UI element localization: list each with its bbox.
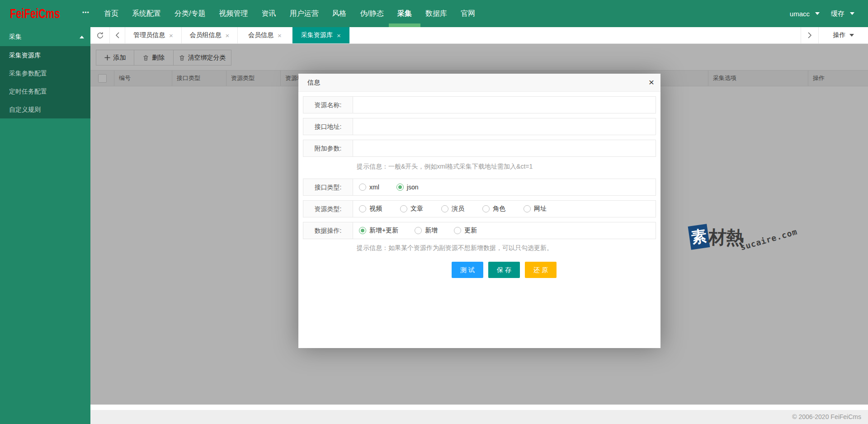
cache-menu[interactable]: 缓存: [831, 9, 844, 18]
tab-2[interactable]: 会员信息×: [238, 27, 292, 43]
watermark-site: sucaire.com: [739, 227, 798, 252]
nav-item-9[interactable]: 数据库: [425, 0, 447, 27]
tab-close-icon[interactable]: ×: [337, 32, 341, 39]
nav-item-1[interactable]: 系统配置: [132, 0, 161, 27]
radio-circle-icon[interactable]: [524, 205, 531, 212]
form-label-0: 资源名称:: [303, 97, 353, 113]
form-input-2[interactable]: [353, 140, 656, 156]
app-logo[interactable]: FeiFeiCms: [10, 0, 60, 27]
info-dialog: 信息 × 资源名称:接口地址:附加参数:提示信息：一般&开头，例如xml格式采集…: [298, 74, 660, 348]
radio-1-4[interactable]: 网址: [524, 205, 547, 213]
nav-item-5[interactable]: 用户运营: [289, 0, 318, 27]
hint-text-1: 提示信息：一般&开头，例如xml格式采集下载地址需加入&ct=1: [357, 163, 656, 170]
tab-0[interactable]: 管理员信息×: [125, 27, 182, 43]
sidebar-item-0[interactable]: 采集资源库: [0, 46, 90, 64]
radio-2-2[interactable]: 更新: [454, 226, 477, 235]
tab-close-icon[interactable]: ×: [278, 32, 282, 39]
restore-button[interactable]: 还 原: [525, 262, 557, 278]
user-account[interactable]: umacc: [790, 10, 810, 18]
radio-1-0[interactable]: 视频: [359, 205, 382, 213]
sidebar-item-1[interactable]: 采集参数配置: [0, 64, 90, 82]
radio-label: 新增+更新: [369, 226, 398, 235]
save-button[interactable]: 保 存: [488, 262, 520, 278]
tab-3[interactable]: 采集资源库×: [292, 27, 349, 43]
actions-caret-icon: [849, 34, 854, 37]
close-icon[interactable]: ×: [649, 74, 654, 92]
form-label-1: 接口地址:: [303, 118, 353, 135]
nav-item-10[interactable]: 官网: [461, 0, 475, 27]
nav-item-8[interactable]: 采集: [397, 0, 412, 27]
dialog-title: 信息: [307, 79, 320, 86]
radio-circle-icon[interactable]: [441, 205, 448, 212]
tab-actions-label: 操作: [833, 31, 846, 39]
radio-1-2[interactable]: 演员: [441, 205, 464, 213]
form-input-0[interactable]: [353, 97, 656, 113]
chevron-left-icon: [115, 32, 119, 38]
nav-item-6[interactable]: 风格: [332, 0, 346, 27]
tab-1[interactable]: 会员组信息×: [182, 27, 238, 43]
refresh-icon: [96, 32, 104, 39]
tab-actions-dropdown[interactable]: 操作: [819, 27, 868, 43]
tabs-scroll-left-button[interactable]: [110, 27, 125, 43]
copyright-text: © 2006-2020 FeiFeiCms: [792, 413, 861, 420]
watermark-brand: 材熱: [708, 225, 744, 251]
tab-close-icon[interactable]: ×: [169, 32, 173, 39]
radio-2-0[interactable]: 新增+更新: [359, 226, 398, 235]
radio-row-1: 资源类型:视频文章演员角色网址: [303, 200, 656, 217]
radio-circle-icon[interactable]: [400, 205, 407, 212]
nav-item-3[interactable]: 视频管理: [219, 0, 248, 27]
radio-2-1[interactable]: 新增: [415, 226, 438, 235]
tab-close-icon[interactable]: ×: [226, 32, 230, 39]
footer: © 2006-2020 FeiFeiCms: [90, 410, 868, 424]
radio-row-0: 接口类型:xmljson: [303, 179, 656, 196]
header-right: umacc 缓存: [790, 0, 854, 27]
sidebar-item-2[interactable]: 定时任务配置: [0, 82, 90, 100]
top-header: FeiFeiCms ••• 首页系统配置分类/专题视频管理资讯用户运营风格伪/静…: [0, 0, 868, 27]
nav-item-7[interactable]: 伪/静态: [360, 0, 383, 27]
tab-label: 会员信息: [248, 31, 274, 39]
radio-0-1[interactable]: json: [396, 184, 419, 191]
test-button[interactable]: 测 试: [452, 262, 483, 278]
user-caret-icon: [815, 12, 820, 15]
tab-label: 管理员信息: [133, 31, 165, 39]
radio-row-label-0: 接口类型:: [303, 179, 353, 195]
watermark-badge: 素: [688, 224, 710, 250]
sidebar-group-caiji[interactable]: 采集: [0, 27, 90, 46]
radio-label: 新增: [425, 226, 438, 235]
tab-label: 采集资源库: [301, 31, 333, 39]
main-nav: 首页系统配置分类/专题视频管理资讯用户运营风格伪/静态采集数据库官网: [104, 0, 475, 27]
sidebar-group-label: 采集: [9, 33, 22, 40]
nav-item-4[interactable]: 资讯: [261, 0, 276, 27]
dialog-buttons: 测 试保 存还 原: [452, 262, 656, 278]
radio-circle-icon[interactable]: [415, 227, 422, 234]
radio-label: json: [407, 184, 419, 191]
radio-circle-icon[interactable]: [396, 184, 404, 191]
radio-circle-icon[interactable]: [359, 184, 366, 191]
menu-dots-icon[interactable]: •••: [82, 0, 90, 27]
tab-bar: 管理员信息×会员组信息×会员信息×采集资源库× 操作: [90, 27, 868, 44]
tabs-scroll-right-button[interactable]: [801, 27, 819, 43]
radio-circle-icon[interactable]: [359, 205, 366, 212]
sidebar-item-3[interactable]: 自定义规则: [0, 100, 90, 118]
radio-circle-icon[interactable]: [359, 227, 366, 234]
radio-row-2: 数据操作:新增+更新新增更新: [303, 222, 656, 239]
form-label-2: 附加参数:: [303, 140, 353, 156]
radio-1-1[interactable]: 文章: [400, 205, 423, 213]
sidebar-submenu: 采集资源库采集参数配置定时任务配置自定义规则: [0, 46, 90, 118]
radio-label: 角色: [493, 205, 505, 213]
radio-label: 更新: [464, 226, 477, 235]
radio-circle-icon[interactable]: [482, 205, 490, 212]
sidebar: 采集 采集资源库采集参数配置定时任务配置自定义规则: [0, 27, 90, 424]
form-input-1[interactable]: [353, 118, 656, 135]
nav-item-2[interactable]: 分类/专题: [175, 0, 205, 27]
dialog-header: 信息 ×: [298, 74, 660, 92]
refresh-button[interactable]: [90, 27, 110, 43]
radio-row-label-1: 资源类型:: [303, 201, 353, 217]
nav-item-0[interactable]: 首页: [104, 0, 118, 27]
cache-caret-icon: [850, 12, 854, 15]
radio-circle-icon[interactable]: [454, 227, 461, 234]
radio-label: 网址: [534, 205, 547, 213]
radio-1-3[interactable]: 角色: [482, 205, 505, 213]
radio-0-0[interactable]: xml: [359, 184, 379, 191]
form-row-0: 资源名称:: [303, 96, 656, 113]
